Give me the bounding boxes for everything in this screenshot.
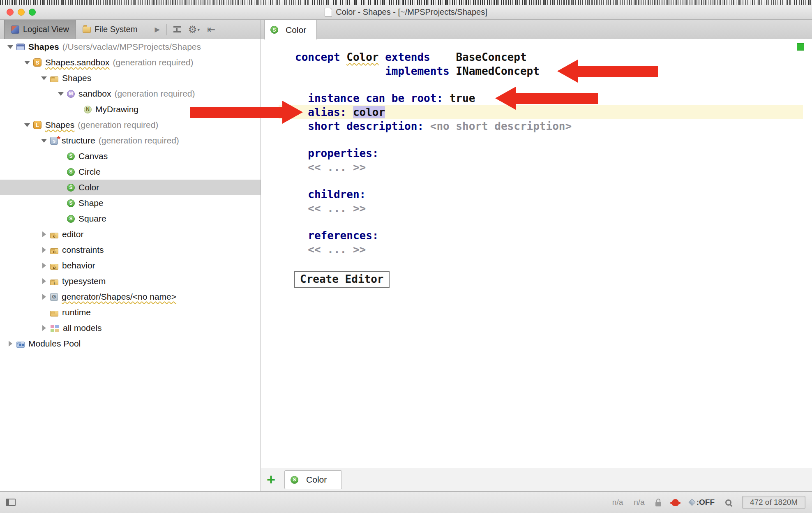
chevron-expanded-icon[interactable] (4, 45, 16, 49)
expand-all-icon[interactable]: ▶ (155, 25, 159, 33)
search-icon[interactable] (725, 499, 731, 506)
fullscreen-window-button[interactable] (29, 9, 36, 16)
code-text (295, 161, 308, 173)
concept-icon-letter: S (69, 185, 72, 190)
tree-row-shapes[interactable]: Shapes (0, 70, 261, 86)
folder-icon (50, 76, 58, 82)
code-text (450, 65, 456, 77)
tree-item-label: typesystem (62, 276, 106, 286)
editor-code: concept Color extends BaseConcept implem… (279, 50, 803, 256)
toggle-toolwindows-icon[interactable] (6, 499, 16, 506)
tree-row-all-models[interactable]: all models (0, 320, 261, 336)
chevron-collapsed-icon[interactable] (38, 231, 50, 237)
tree-row-structure[interactable]: sstructure(generation required) (0, 133, 261, 148)
chevron-expanded-icon[interactable] (21, 61, 33, 65)
tree-row-typesystem[interactable]: ttypesystem (0, 273, 261, 289)
code-line[interactable]: short description: <no short description… (279, 119, 803, 133)
chevron-expanded-icon[interactable] (38, 139, 50, 143)
chevron-collapsed-icon[interactable] (38, 247, 50, 253)
logical-view-icon (11, 25, 19, 34)
arrow-head (557, 60, 578, 83)
gear-dropdown-caret-icon: ▾ (197, 27, 200, 32)
migration-indicator[interactable]: :OFF (690, 498, 715, 507)
code-text (295, 147, 308, 159)
code-keyword: instance can be root: (308, 92, 443, 104)
tree-row-constraints[interactable]: cconstraints (0, 242, 261, 258)
code-text (295, 229, 308, 242)
code-line[interactable]: properties: (279, 146, 803, 160)
bottom-tab-color[interactable]: S Color (284, 470, 342, 489)
file-system-tab[interactable]: File System (76, 20, 144, 39)
code-line[interactable]: << ... >> (279, 160, 803, 174)
memory-indicator[interactable]: 472 of 1820M (742, 496, 805, 509)
concept-icon-letter: S (69, 154, 72, 159)
create-editor-button[interactable]: Create Editor (294, 271, 390, 288)
tree-row-editor[interactable]: eeditor (0, 226, 261, 242)
split-view-icon[interactable] (173, 26, 181, 32)
code-text (379, 51, 385, 63)
tree-row-behavior[interactable]: bbehavior (0, 258, 261, 273)
blank-line (279, 133, 803, 146)
tree-row-color[interactable]: SColor (0, 180, 261, 195)
arrow-bar (578, 66, 658, 77)
code-text: BaseConcept (456, 51, 526, 63)
chevron-collapsed-icon[interactable] (38, 294, 50, 300)
settings-gear-icon[interactable]: ⚙▾ (188, 25, 200, 35)
tree-row-shape[interactable]: SShape (0, 195, 261, 211)
add-tab-button[interactable]: + (267, 473, 275, 486)
chevron-expanded-icon[interactable] (38, 76, 50, 80)
chevron-collapsed-icon[interactable] (38, 325, 50, 331)
tree-row-circle[interactable]: SCircle (0, 164, 261, 180)
chevron-expanded-icon[interactable] (55, 92, 67, 96)
chevron-collapsed-icon[interactable] (38, 263, 50, 268)
tree-item-label: Modules Pool (28, 339, 81, 349)
concept-icon-letter: S (69, 201, 72, 206)
node-n-icon: N (84, 106, 92, 113)
tree-row-square[interactable]: SSquare (0, 211, 261, 226)
close-window-button[interactable] (7, 9, 14, 16)
code-line[interactable]: children: (279, 187, 803, 201)
editor-tab-color[interactable]: S Color (264, 20, 317, 39)
tree-row-sandbox[interactable]: Msandbox(generation required) (0, 86, 261, 102)
minimize-window-button[interactable] (18, 9, 25, 16)
code-text (295, 202, 308, 215)
node-n-icon-letter: N (86, 107, 90, 112)
code-text (295, 188, 308, 201)
code-line[interactable]: << ... >> (279, 243, 803, 256)
lock-icon[interactable] (655, 502, 661, 506)
status-bar: n/a n/a :OFF 472 of 1820M (0, 491, 812, 513)
concept-icon: S (67, 153, 75, 160)
toolbar-separator (166, 24, 167, 35)
status-position-indicator: n/a (612, 498, 623, 507)
tree-row-runtime[interactable]: runtime (0, 305, 261, 320)
chevron-collapsed-icon[interactable] (4, 341, 16, 347)
chevron-expanded-icon[interactable] (21, 123, 33, 127)
model-m-icon-letter: M (69, 91, 73, 96)
tree-row-shapes-sandbox[interactable]: SShapes.sandbox(generation required) (0, 55, 261, 70)
tree-row-canvas[interactable]: SCanvas (0, 148, 261, 164)
code-keyword: children: (308, 188, 366, 201)
code-line[interactable]: references: (279, 229, 803, 243)
error-stripe-ok-indicator[interactable] (797, 43, 804, 51)
scroll-from-source-icon[interactable]: ⇤ (207, 25, 215, 35)
tree-item-label: behavior (62, 261, 95, 270)
code-text (424, 120, 430, 132)
hector-inspections-icon[interactable] (672, 499, 679, 506)
concept-icon: S (291, 476, 298, 484)
tree-item-suffix: (generation required) (114, 89, 195, 99)
document-proxy-icon[interactable] (325, 8, 332, 17)
concept-icon: S (67, 168, 75, 176)
code-line[interactable]: << ... >> (279, 201, 803, 215)
code-line[interactable]: concept Color extends BaseConcept (279, 50, 803, 64)
file-system-label: File System (95, 25, 137, 34)
code-text: color (353, 106, 385, 118)
code-line[interactable]: implements INamedConcept (279, 64, 803, 78)
tree-row-generator-shapes-no-name-[interactable]: Ggenerator/Shapes/<no name> (0, 289, 261, 305)
code-text (430, 51, 456, 63)
structure-icon: s (50, 137, 58, 145)
tree-row-shapes[interactable]: Shapes(/Users/vaclav/MPSProjects/Shapes (0, 39, 261, 55)
language-l-icon: L (33, 121, 42, 129)
chevron-collapsed-icon[interactable] (38, 278, 50, 284)
tree-row-modules-pool[interactable]: Modules Pool (0, 336, 261, 351)
logical-view-tab[interactable]: Logical View (4, 20, 76, 39)
